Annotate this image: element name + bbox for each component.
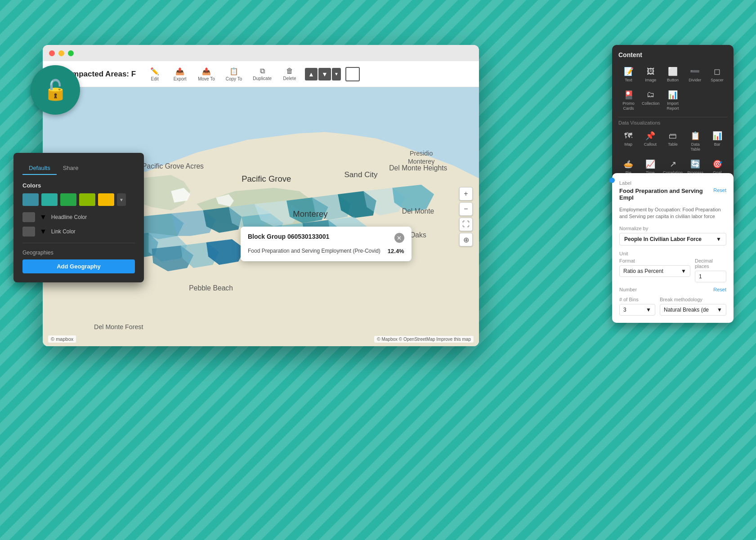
viz-item-table[interactable]: 🗃 Table [662, 128, 684, 155]
content-item-promo[interactable]: 🎴 Promo Cards [618, 87, 639, 114]
swatch-2[interactable] [41, 193, 58, 206]
content-item-button[interactable]: ⬜ Button [662, 64, 683, 85]
content-item-collection[interactable]: 🗂 Collection [640, 87, 661, 114]
fullscreen-button[interactable]: ⛶ [459, 218, 473, 231]
viz-item-bar[interactable]: 📊 Bar [707, 128, 728, 155]
content-item-image[interactable]: 🖼 Image [640, 64, 661, 85]
panel-indicator [609, 178, 615, 183]
break-dropdown[interactable]: Natural Breaks (de ▼ [660, 304, 726, 316]
move-to-button[interactable]: 📤 Move To [193, 64, 219, 84]
content-item-divider[interactable]: ➖ Divider [685, 64, 705, 85]
bins-dropdown[interactable]: 3 ▼ [619, 304, 655, 316]
bins-value: 3 [623, 307, 626, 313]
copy-to-label: Copy To [226, 76, 242, 81]
export-icon: 📤 [175, 67, 184, 76]
popup-data-row: Food Preparation and Serving Employment … [248, 247, 404, 255]
zoom-out-button[interactable]: − [459, 202, 473, 216]
link-color-dropdown[interactable]: ▼ [40, 228, 47, 236]
duplicate-button[interactable]: ⧉ Duplicate [248, 64, 276, 84]
progress-icon: 🔄 [690, 159, 700, 169]
edit-button[interactable]: ✏️ Edit [143, 64, 166, 84]
popup-row-value: 12.4% [388, 248, 404, 254]
export-button[interactable]: 📤 Export [168, 64, 192, 84]
popup-close-button[interactable]: ✕ [394, 233, 404, 243]
viz-item-data-table[interactable]: 📋 Data Table [685, 128, 705, 155]
bar-label: Bar [714, 142, 720, 147]
settings-description: Employment by Occupation: Food Preparati… [619, 206, 726, 220]
format-dropdown[interactable]: Ratio as Percent ▼ [619, 265, 690, 277]
delete-label: Delete [283, 76, 296, 81]
move-to-label: Move To [198, 76, 215, 81]
link-color-swatch[interactable] [22, 227, 35, 237]
popup-title: Block Group 060530133001 [248, 233, 329, 240]
time-icon: 📈 [645, 159, 655, 169]
table-icon: 🗃 [669, 131, 677, 141]
move-to-icon: 📤 [202, 67, 211, 76]
format-chevron: ▼ [681, 268, 686, 274]
normalize-chevron: ▼ [716, 236, 721, 242]
map-controls: + − ⛶ ⊕ [459, 187, 473, 246]
close-dot[interactable] [49, 50, 55, 56]
link-color-row: ▼ Link Color [22, 227, 135, 237]
toolbar: Most Impacted Areas: F ✏️ Edit 📤 Export … [43, 61, 479, 87]
swatch-1[interactable] [22, 193, 39, 206]
content-item-text[interactable]: 📝 Text [618, 64, 639, 85]
callout-label: Callout [644, 142, 657, 147]
copy-to-button[interactable]: 📋 Copy To [221, 64, 247, 84]
tab-defaults[interactable]: Defaults [22, 162, 57, 175]
content-item-import[interactable]: 📊 Import Report [662, 87, 683, 114]
swatch-dropdown[interactable]: ▼ [117, 193, 126, 206]
unit-label: Unit [619, 251, 726, 256]
swatch-4[interactable] [79, 193, 95, 206]
normalize-dropdown[interactable]: People In Civilian Labor Force ▼ [619, 233, 726, 245]
promo-icon: 🎴 [624, 90, 634, 100]
svg-text:Monterey: Monterey [408, 158, 435, 165]
headline-color-dropdown[interactable]: ▼ [40, 213, 47, 221]
correlation-icon: ↗ [670, 159, 676, 169]
zoom-in-button[interactable]: + [459, 187, 473, 201]
import-label: Import Report [663, 101, 682, 111]
map-viz-label: Map [624, 142, 632, 147]
number-label: Number [619, 287, 637, 292]
geo-label: Geographies [22, 250, 135, 256]
viz-item-map[interactable]: 🗺 Map [618, 128, 638, 155]
defaults-tabs: Defaults Share [22, 162, 135, 175]
add-geography-button[interactable]: Add Geography [22, 259, 135, 273]
edit-label: Edit [151, 76, 159, 81]
map-viz-icon: 🗺 [624, 131, 632, 141]
svg-text:Sand City: Sand City [344, 170, 378, 179]
map-popup: Block Group 060530133001 ✕ Food Preparat… [241, 227, 412, 261]
popup-header: Block Group 060530133001 ✕ [248, 233, 404, 243]
view-toggle-button[interactable] [345, 67, 360, 81]
button-label: Button [667, 78, 679, 83]
headline-color-swatch[interactable] [22, 212, 35, 222]
nav-down-button[interactable]: ▼ [318, 68, 331, 80]
bins-col: # of Bins 3 ▼ [619, 297, 655, 316]
defaults-panel: Defaults Share Colors ▼ ▼ Headline Color… [13, 153, 144, 282]
format-row: Format Ratio as Percent ▼ Decimal places [619, 258, 726, 282]
nav-up-button[interactable]: ▲ [305, 68, 318, 80]
pie-icon: 🥧 [623, 159, 633, 169]
color-swatches: ▼ [22, 193, 135, 206]
colors-section-label: Colors [22, 182, 135, 189]
swatch-5[interactable] [98, 193, 114, 206]
settings-reset-button[interactable]: Reset [713, 187, 726, 193]
decimal-input[interactable] [695, 271, 726, 282]
number-reset-button[interactable]: Reset [713, 287, 726, 292]
minimize-dot[interactable] [58, 50, 64, 56]
expand-dot[interactable] [68, 50, 74, 56]
promo-label: Promo Cards [619, 101, 638, 111]
duplicate-icon: ⧉ [260, 67, 265, 75]
swatch-3[interactable] [60, 193, 76, 206]
viz-item-callout[interactable]: 📌 Callout [640, 128, 660, 155]
nav-more-button[interactable]: ▼ [332, 68, 341, 80]
delete-button[interactable]: 🗑 Delete [278, 64, 301, 84]
compass-button[interactable]: ⊕ [459, 233, 473, 246]
content-items-grid: 📝 Text 🖼 Image ⬜ Button ➖ Divider ◻ Spac… [618, 64, 727, 113]
bins-chevron: ▼ [646, 307, 651, 313]
content-item-spacer[interactable]: ◻ Spacer [707, 64, 727, 85]
button-icon: ⬜ [668, 67, 678, 76]
break-label: Break methodology [660, 297, 726, 302]
tab-share[interactable]: Share [57, 162, 85, 175]
mapbox-logo-text: © mapbox [51, 336, 73, 342]
